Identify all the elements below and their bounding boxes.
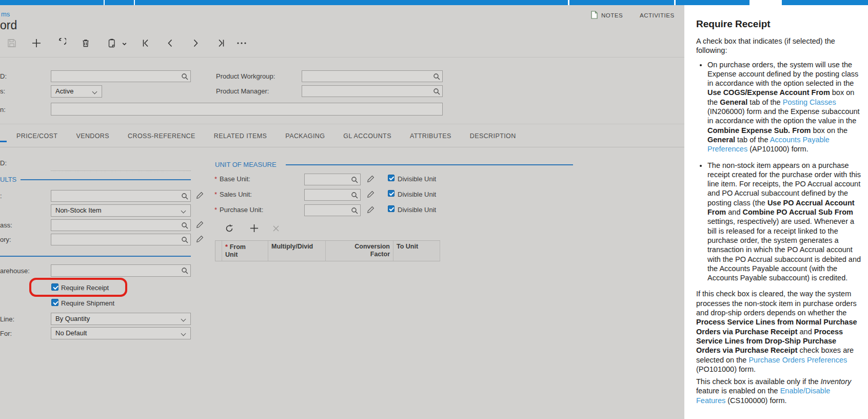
help-title: Require Receipt bbox=[696, 18, 861, 30]
more-actions-icon[interactable] bbox=[236, 38, 246, 48]
edit-pencil-icon[interactable] bbox=[196, 192, 204, 201]
help-bullet: The non-stock item appears on a purchase… bbox=[707, 161, 861, 283]
undo-icon[interactable] bbox=[56, 38, 66, 48]
search-icon[interactable] bbox=[433, 88, 440, 95]
previous-record-icon[interactable] bbox=[165, 38, 175, 48]
active-browser-tab[interactable] bbox=[749, 0, 782, 5]
save-icon[interactable] bbox=[7, 38, 17, 48]
activities-button[interactable]: ACTIVITIES bbox=[640, 12, 675, 18]
divisible-unit-checkbox[interactable] bbox=[388, 175, 394, 181]
edit-pencil-icon[interactable] bbox=[367, 191, 374, 200]
page-title: ord bbox=[0, 18, 17, 32]
select-value: By Quantity bbox=[55, 315, 90, 322]
section-rule bbox=[0, 256, 191, 257]
search-icon[interactable] bbox=[351, 207, 358, 214]
product-workgroup-field[interactable] bbox=[302, 70, 443, 82]
section-rule bbox=[286, 164, 573, 165]
tab-divider bbox=[104, 0, 105, 5]
search-icon[interactable] bbox=[181, 236, 188, 243]
copy-paste-icon[interactable] bbox=[107, 38, 117, 48]
search-icon[interactable] bbox=[181, 193, 188, 200]
divisible-unit-checkbox[interactable] bbox=[388, 205, 394, 212]
edit-pencil-icon[interactable] bbox=[367, 206, 374, 216]
status-value: Active bbox=[55, 87, 73, 95]
last-record-icon[interactable] bbox=[216, 38, 226, 48]
posting-class-lookup[interactable] bbox=[51, 219, 191, 231]
toolbar-divider bbox=[0, 57, 684, 58]
field-label: ory: bbox=[0, 236, 11, 243]
divisible-unit-label: Divisible Unit bbox=[398, 191, 436, 198]
product-manager-field[interactable] bbox=[302, 85, 443, 97]
search-icon[interactable] bbox=[433, 73, 440, 80]
checkbox-label: Require Receipt bbox=[61, 284, 109, 292]
grid-column-header[interactable]: Conversion Factor bbox=[326, 241, 393, 261]
status-select[interactable]: Active bbox=[51, 85, 102, 98]
tab-price-cost[interactable]: PRICE/COST bbox=[16, 132, 57, 140]
item-type-select[interactable]: Non-Stock Item bbox=[51, 204, 191, 217]
checkbox-label: Require Shipment bbox=[61, 299, 114, 307]
tab-cross-reference[interactable]: CROSS-REFERENCE bbox=[128, 132, 195, 140]
help-panel: Require Receipt A check box that indicat… bbox=[684, 5, 868, 419]
field-label: s: bbox=[0, 87, 5, 95]
copy-paste-dropdown-icon[interactable] bbox=[122, 41, 127, 47]
add-record-icon[interactable] bbox=[31, 38, 42, 48]
search-icon[interactable] bbox=[181, 222, 188, 229]
help-paragraph: A check box that indicates (if selected)… bbox=[696, 36, 861, 55]
search-icon[interactable] bbox=[351, 192, 358, 199]
section-title: ULTS bbox=[0, 176, 16, 183]
tab-description[interactable]: DESCRIPTION bbox=[470, 132, 516, 140]
tab-packaging[interactable]: PACKAGING bbox=[285, 132, 325, 140]
application-area: ms ord NOTES ACTIVITIES bbox=[0, 5, 684, 419]
edit-pencil-icon[interactable] bbox=[196, 221, 204, 231]
search-icon[interactable] bbox=[181, 267, 188, 274]
require-receipt-checkbox[interactable] bbox=[51, 283, 58, 291]
divisible-unit-checkbox[interactable] bbox=[388, 190, 394, 197]
require-shipment-checkbox[interactable] bbox=[51, 299, 58, 306]
tab-attributes[interactable]: ATTRIBUTES bbox=[410, 132, 451, 140]
default-warehouse-field[interactable] bbox=[51, 264, 191, 277]
refresh-icon[interactable] bbox=[225, 224, 234, 235]
chevron-down-icon bbox=[92, 89, 97, 94]
delete-row-icon[interactable] bbox=[272, 224, 280, 235]
first-record-icon[interactable] bbox=[141, 38, 151, 48]
complete-po-line-select[interactable]: By Quantity bbox=[51, 313, 191, 325]
help-link[interactable]: Purchase Orders Preferences bbox=[748, 356, 847, 364]
grid-column-header[interactable]: Multiply/Divid bbox=[268, 241, 326, 261]
summary-lookup-field[interactable] bbox=[51, 70, 191, 82]
required-asterisk: * bbox=[214, 175, 217, 183]
uom-row: *Purchase Unit:Divisible Unit bbox=[214, 204, 456, 217]
conversion-grid-header: * From UnitMultiply/DividConversion Fact… bbox=[215, 240, 440, 261]
chevron-down-icon bbox=[181, 317, 186, 322]
tab-gl-accounts[interactable]: GL ACCOUNTS bbox=[343, 132, 391, 140]
field-label: D: bbox=[0, 159, 7, 167]
uom-lookup-field[interactable] bbox=[304, 174, 361, 185]
field-label: arehouse: bbox=[0, 267, 30, 275]
tab-related-items[interactable]: RELATED ITEMS bbox=[214, 132, 267, 140]
delete-icon[interactable] bbox=[81, 38, 91, 48]
search-icon[interactable] bbox=[351, 176, 358, 183]
grid-column-header[interactable]: To Unit bbox=[393, 241, 440, 261]
edit-pencil-icon[interactable] bbox=[196, 235, 204, 245]
grid-column-header[interactable]: * From Unit bbox=[222, 241, 268, 261]
help-body: A check box that indicates (if selected)… bbox=[696, 36, 861, 405]
breadcrumb-link[interactable]: ms bbox=[1, 10, 10, 18]
tab-strip: PRICE/COSTVENDORSCROSS-REFERENCERELATED … bbox=[16, 132, 516, 140]
help-link[interactable]: Posting Classes bbox=[783, 98, 836, 106]
divisible-unit-label: Divisible Unit bbox=[398, 206, 436, 214]
tab-divider bbox=[134, 0, 135, 5]
uom-row: *Base Unit:Divisible Unit bbox=[214, 174, 456, 186]
field-label: : bbox=[0, 192, 2, 200]
description-input[interactable] bbox=[51, 103, 443, 116]
search-icon[interactable] bbox=[181, 73, 188, 80]
tab-vendors[interactable]: VENDORS bbox=[76, 132, 109, 140]
next-record-icon[interactable] bbox=[190, 38, 201, 48]
notes-label[interactable]: NOTES bbox=[601, 12, 623, 18]
edit-pencil-icon[interactable] bbox=[367, 175, 374, 185]
posting-class-field[interactable] bbox=[51, 190, 191, 202]
default-for-select[interactable]: No Default bbox=[51, 327, 191, 339]
uom-lookup-field[interactable] bbox=[304, 189, 361, 201]
add-row-icon[interactable] bbox=[249, 223, 259, 235]
uom-lookup-field[interactable] bbox=[304, 204, 361, 216]
notes-button[interactable] bbox=[591, 11, 598, 21]
tax-category-lookup[interactable] bbox=[51, 234, 191, 245]
